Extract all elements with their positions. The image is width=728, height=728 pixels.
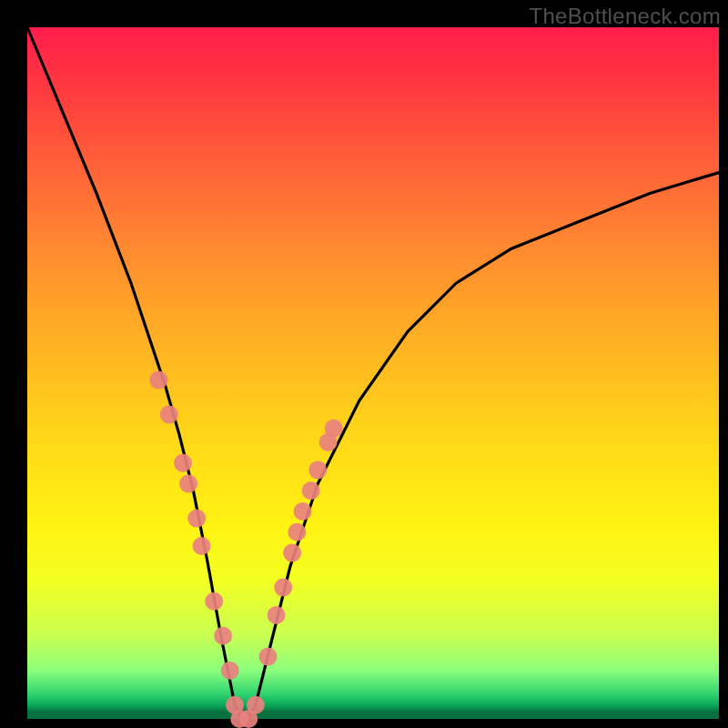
marker-dot [221,662,239,680]
marker-dot [302,481,320,500]
marker-dot [268,606,286,624]
marker-dot [149,371,167,389]
watermark-label: TheBottleneck.com [529,4,721,29]
marker-dot [325,420,343,438]
marker-dot [258,648,277,666]
marker-dot [293,502,311,521]
marker-dot [160,406,178,424]
marker-dot [193,537,211,555]
marker-dot [274,579,292,597]
marker-dot [288,523,306,541]
marker-dot [283,544,301,562]
marker-dot [179,475,197,493]
chart-svg [27,27,719,719]
plot-area [27,27,719,719]
highlighted-points [149,371,342,728]
marker-dot [205,592,223,611]
bottleneck-curve [27,27,719,719]
marker-dot [174,454,192,472]
chart-frame: TheBottleneck.com [0,0,728,728]
marker-dot [247,696,265,714]
marker-dot [308,460,327,479]
marker-dot [187,510,206,528]
marker-dot [214,627,232,645]
